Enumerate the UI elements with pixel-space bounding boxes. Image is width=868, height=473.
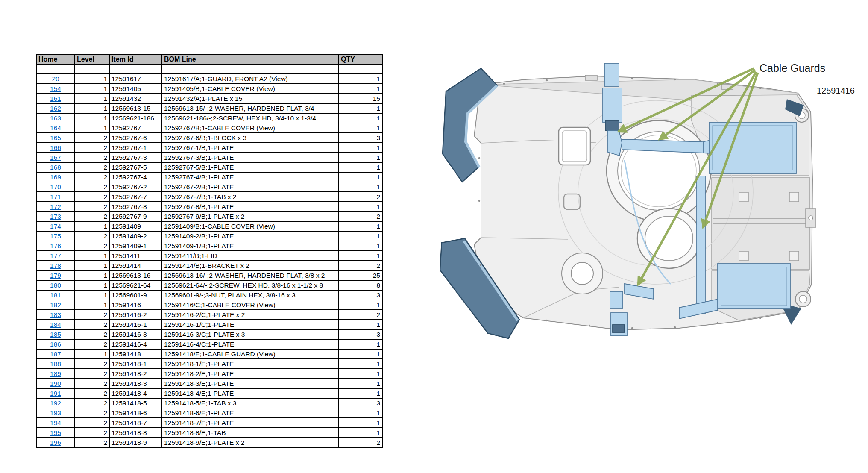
home-link[interactable]: 174 bbox=[50, 223, 61, 230]
cell-home: 166 bbox=[36, 143, 75, 153]
cell-item-id: 12591418-2 bbox=[109, 369, 162, 379]
cell-bom-line: 12569601-9/-;3-NUT, PLAIN HEX, 3/8-16 x … bbox=[162, 290, 339, 300]
cell-bom-line: 12591416-2/C;1-PLATE x 2 bbox=[162, 310, 339, 320]
bom-table: Home Level Item Id BOM Line QTY 20112591… bbox=[36, 54, 383, 448]
bom-table-row: 188212591418-112591418-1/E;1-PLATE1 bbox=[36, 359, 382, 369]
home-link[interactable]: 187 bbox=[50, 350, 61, 358]
home-link[interactable]: 154 bbox=[50, 85, 61, 92]
cell-item-id: 12569621-186 bbox=[109, 113, 162, 123]
bom-table-row: 179112569613-1612569613-16/-;2-WASHER, H… bbox=[36, 270, 382, 280]
home-link[interactable]: 177 bbox=[50, 252, 61, 259]
cell-home: 177 bbox=[36, 251, 75, 261]
cell-level: 2 bbox=[75, 182, 109, 192]
home-link[interactable]: 173 bbox=[50, 213, 61, 220]
home-link[interactable]: 168 bbox=[50, 164, 61, 171]
home-link[interactable]: 179 bbox=[50, 272, 61, 279]
cell-bom-line: 12591409/B;1-CABLE COVER (View) bbox=[162, 221, 339, 231]
cell-home: 173 bbox=[36, 212, 75, 221]
cell-item-id: 12592767-6 bbox=[109, 133, 162, 143]
home-link[interactable]: 169 bbox=[50, 173, 61, 181]
bom-header-row: Home Level Item Id BOM Line QTY bbox=[36, 54, 382, 64]
cell-home: 189 bbox=[36, 369, 75, 379]
home-link[interactable]: 172 bbox=[50, 203, 61, 210]
cell-item-id: 12591416-1 bbox=[109, 320, 162, 329]
page: { "table": { "headers": ["Home", "Level"… bbox=[0, 0, 868, 473]
cell-qty: 2 bbox=[339, 438, 382, 447]
home-link[interactable]: 190 bbox=[50, 380, 61, 387]
home-link[interactable]: 171 bbox=[50, 193, 61, 200]
home-link[interactable]: 189 bbox=[50, 370, 61, 377]
cell-bom-line: 12592767-5/B;1-PLATE bbox=[162, 162, 339, 172]
cell-level bbox=[75, 64, 109, 74]
cell-qty: 1 bbox=[339, 113, 382, 123]
cell-item-id: 12591416-2 bbox=[109, 310, 162, 320]
cell-bom-line: 12591418-2/E;1-PLATE bbox=[162, 369, 339, 379]
bom-table-row: 18711259141812591418/E;1-CABLE GUARD (Vi… bbox=[36, 349, 382, 359]
home-link[interactable]: 166 bbox=[50, 144, 61, 151]
home-link[interactable]: 188 bbox=[50, 360, 61, 367]
cell-qty: 25 bbox=[339, 270, 382, 280]
home-link[interactable]: 192 bbox=[50, 400, 61, 407]
home-link[interactable]: 175 bbox=[50, 232, 61, 240]
home-link[interactable]: 167 bbox=[50, 154, 61, 161]
cell-item-id: 12569613-16 bbox=[109, 270, 162, 280]
home-link[interactable]: 184 bbox=[50, 321, 61, 328]
cell-qty: 1 bbox=[339, 339, 382, 349]
col-header-item-id: Item Id bbox=[109, 54, 162, 64]
home-link[interactable]: 163 bbox=[50, 115, 61, 122]
home-link[interactable]: 186 bbox=[50, 341, 61, 348]
cell-level: 2 bbox=[75, 438, 109, 447]
cell-item-id: 12592767-2 bbox=[109, 182, 162, 192]
cell-qty: 1 bbox=[339, 231, 382, 241]
home-link[interactable]: 180 bbox=[50, 282, 61, 289]
cell-level: 2 bbox=[75, 329, 109, 339]
home-link[interactable]: 196 bbox=[50, 439, 61, 446]
bom-table-row: 192212591418-512591418-5/E;1-TAB x 33 bbox=[36, 398, 382, 408]
home-link[interactable]: 182 bbox=[50, 301, 61, 308]
home-link[interactable]: 178 bbox=[50, 262, 61, 269]
cell-home: 165 bbox=[36, 133, 75, 143]
home-link[interactable]: 181 bbox=[50, 291, 61, 299]
cell-item-id: 12591411 bbox=[109, 251, 162, 261]
cell-qty: 2 bbox=[339, 212, 382, 221]
cell-qty: 1 bbox=[339, 251, 382, 261]
home-link[interactable]: 20 bbox=[52, 75, 59, 82]
home-link[interactable]: 193 bbox=[50, 409, 61, 417]
cell-qty: 1 bbox=[339, 103, 382, 113]
home-link[interactable]: 162 bbox=[50, 105, 61, 112]
home-link[interactable]: 165 bbox=[50, 134, 61, 141]
bom-table-row: 176212591409-112591409-1/B;1-PLATE1 bbox=[36, 241, 382, 251]
home-link[interactable]: 185 bbox=[50, 331, 61, 338]
cell-bom-line: 12591418-6/E;1-PLATE bbox=[162, 408, 339, 418]
cell-bom-line: 12569613-15/-;2-WASHER, HARDENED FLAT, 3… bbox=[162, 103, 339, 113]
cell-level: 1 bbox=[75, 113, 109, 123]
home-link[interactable]: 161 bbox=[50, 95, 61, 102]
home-link[interactable]: 195 bbox=[50, 429, 61, 436]
cell-item-id: 12569621-64 bbox=[109, 280, 162, 290]
cell-level: 2 bbox=[75, 133, 109, 143]
cell-home: 20 bbox=[36, 74, 75, 84]
cell-item-id: 12591418-8 bbox=[109, 428, 162, 438]
home-link[interactable]: 194 bbox=[50, 419, 61, 426]
cell-bom-line: 12591416/C;1-CABLE COVER (View) bbox=[162, 300, 339, 310]
cell-bom-line: 12591416-4/C;1-PLATE bbox=[162, 339, 339, 349]
col-header-qty: QTY bbox=[339, 54, 382, 64]
bom-table-row: 184212591416-112591416-1/C;1-PLATE1 bbox=[36, 320, 382, 329]
cell-qty: 2 bbox=[339, 261, 382, 270]
cell-level: 2 bbox=[75, 231, 109, 241]
cell-level: 2 bbox=[75, 418, 109, 428]
home-link[interactable]: 183 bbox=[50, 311, 61, 318]
cell-home bbox=[36, 64, 75, 74]
home-link[interactable]: 176 bbox=[50, 242, 61, 250]
bom-table-row: 17411259140912591409/B;1-CABLE COVER (Vi… bbox=[36, 221, 382, 231]
cell-qty: 15 bbox=[339, 94, 382, 103]
cell-bom-line: 12592767-6/B;1-BLOCK x 3 bbox=[162, 133, 339, 143]
home-link[interactable]: 164 bbox=[50, 124, 61, 132]
cell-qty: 1 bbox=[339, 359, 382, 369]
home-link[interactable]: 191 bbox=[50, 390, 61, 397]
home-link[interactable]: 170 bbox=[50, 183, 61, 191]
cell-home: 188 bbox=[36, 359, 75, 369]
cell-item-id: 12591418-9 bbox=[109, 438, 162, 447]
cell-bom-line: 12591418-5/E;1-TAB x 3 bbox=[162, 398, 339, 408]
cell-qty: 1 bbox=[339, 388, 382, 398]
